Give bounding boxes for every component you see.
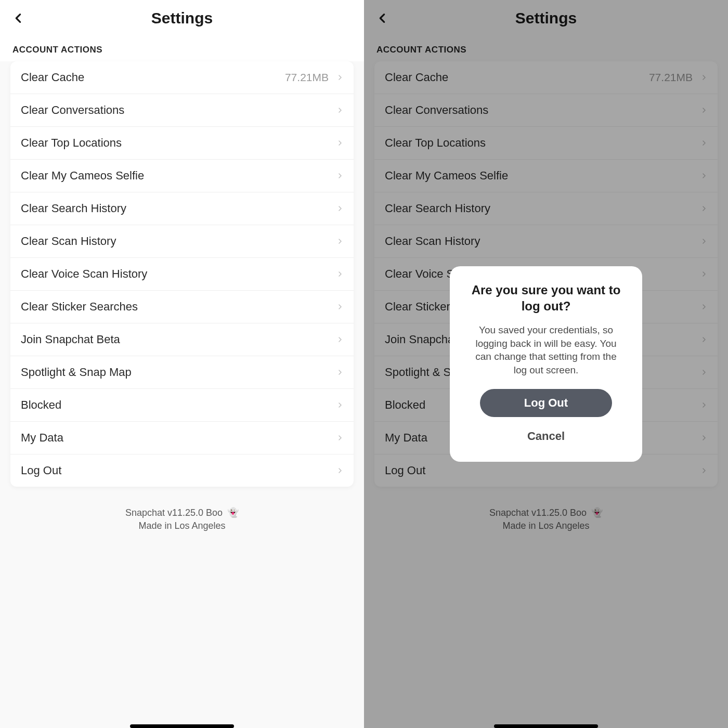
list-item-label: Clear Cache bbox=[21, 71, 285, 84]
back-button[interactable] bbox=[12, 11, 24, 25]
list-item[interactable]: Blocked bbox=[10, 389, 354, 422]
chevron-right-icon bbox=[337, 236, 343, 246]
settings-header: Settings bbox=[0, 0, 364, 36]
list-item[interactable]: Spotlight & Snap Map bbox=[10, 356, 354, 389]
list-item-label: Clear My Cameos Selfie bbox=[21, 169, 337, 183]
list-item-label: Clear Conversations bbox=[21, 103, 337, 117]
chevron-left-icon bbox=[12, 11, 24, 25]
list-item-label: Clear Scan History bbox=[21, 235, 337, 248]
modal-overlay[interactable]: Are you sure you want to log out? You sa… bbox=[364, 0, 728, 728]
list-item[interactable]: Clear Voice Scan History bbox=[10, 258, 354, 291]
list-item-label: Spotlight & Snap Map bbox=[21, 366, 337, 379]
section-header-account-actions: ACCOUNT ACTIONS bbox=[0, 36, 364, 61]
chevron-right-icon bbox=[337, 138, 343, 148]
list-item[interactable]: Clear Search History bbox=[10, 192, 354, 225]
footer-version: Snapchat v11.25.0 Boo bbox=[125, 508, 223, 518]
chevron-right-icon bbox=[337, 400, 343, 410]
chevron-right-icon bbox=[337, 465, 343, 476]
list-item[interactable]: Clear Scan History bbox=[10, 225, 354, 258]
footer-location: Made in Los Angeles bbox=[10, 519, 354, 532]
chevron-right-icon bbox=[337, 334, 343, 345]
logout-confirm-modal: Are you sure you want to log out? You sa… bbox=[450, 266, 642, 462]
chevron-right-icon bbox=[337, 433, 343, 443]
chevron-right-icon bbox=[337, 269, 343, 279]
list-item-label: Clear Search History bbox=[21, 202, 337, 215]
list-item-label: Clear Top Locations bbox=[21, 136, 337, 150]
list-item-label: My Data bbox=[21, 431, 337, 445]
list-item-value: 77.21MB bbox=[285, 71, 329, 84]
chevron-right-icon bbox=[337, 302, 343, 312]
list-item-label: Clear Sticker Searches bbox=[21, 300, 337, 314]
chevron-right-icon bbox=[337, 171, 343, 181]
chevron-right-icon bbox=[337, 105, 343, 115]
chevron-right-icon bbox=[337, 367, 343, 378]
list-item[interactable]: Log Out bbox=[10, 454, 354, 487]
list-item[interactable]: Clear Conversations bbox=[10, 94, 354, 127]
list-item[interactable]: Clear Cache77.21MB bbox=[10, 61, 354, 94]
app-footer: Snapchat v11.25.0 Boo 👻 Made in Los Ange… bbox=[0, 487, 364, 543]
account-actions-list: Clear Cache77.21MBClear ConversationsCle… bbox=[10, 61, 354, 487]
page-title: Settings bbox=[151, 9, 213, 27]
list-item[interactable]: Clear My Cameos Selfie bbox=[10, 160, 354, 192]
list-item-label: Blocked bbox=[21, 398, 337, 412]
modal-title: Are you sure you want to log out? bbox=[463, 282, 629, 314]
list-item-label: Clear Voice Scan History bbox=[21, 267, 337, 281]
ghost-icon: 👻 bbox=[227, 508, 239, 518]
chevron-right-icon bbox=[337, 72, 343, 83]
list-item[interactable]: Clear Top Locations bbox=[10, 127, 354, 160]
list-item[interactable]: Join Snapchat Beta bbox=[10, 323, 354, 356]
logout-button[interactable]: Log Out bbox=[480, 389, 612, 417]
modal-body: You saved your credentials, so logging b… bbox=[463, 323, 629, 377]
home-indicator[interactable] bbox=[130, 724, 234, 728]
list-item-label: Join Snapchat Beta bbox=[21, 333, 337, 346]
list-item[interactable]: Clear Sticker Searches bbox=[10, 291, 354, 323]
chevron-right-icon bbox=[337, 203, 343, 214]
cancel-button[interactable]: Cancel bbox=[463, 426, 629, 446]
list-item-label: Log Out bbox=[21, 464, 337, 477]
list-item[interactable]: My Data bbox=[10, 422, 354, 454]
